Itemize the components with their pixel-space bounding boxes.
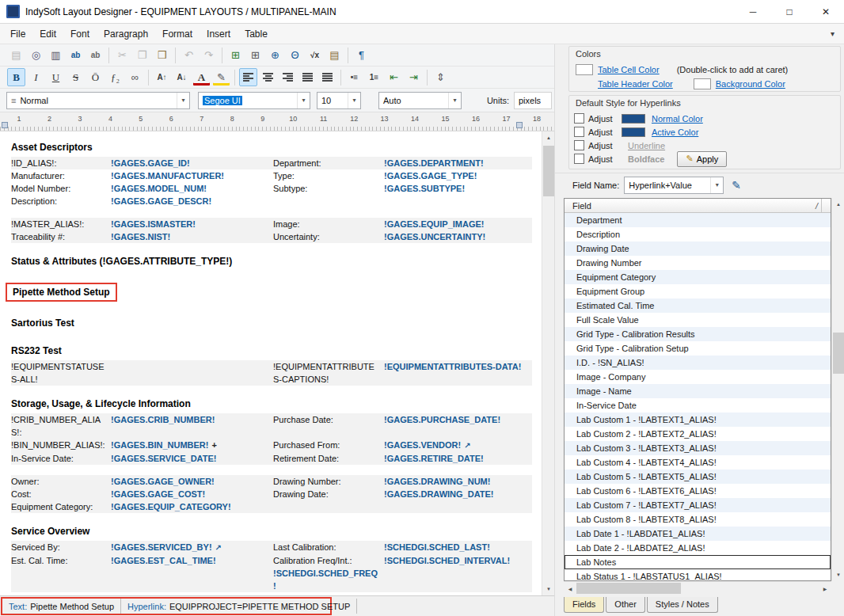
units-value[interactable]: pixels: [514, 92, 552, 109]
tab-styles-notes[interactable]: Styles / Notes: [647, 597, 718, 613]
hyperlink-globe-button[interactable]: ⊕: [266, 46, 284, 64]
color-link[interactable]: Active Color: [652, 127, 698, 137]
hyperlink-color-swatch[interactable]: [622, 114, 645, 124]
field-token[interactable]: !GAGES.NIST!: [111, 230, 273, 243]
field-token[interactable]: !GAGES.PURCHASE_DATE!: [384, 413, 532, 439]
field-token[interactable]: !GAGES.DRAWING_DATE!: [384, 488, 532, 500]
field-list-item[interactable]: Drawing Number: [565, 256, 831, 270]
field-list-item[interactable]: Lab Custom 3 - !LABTEXT3_ALIAS!: [565, 441, 831, 455]
indent-marker-right[interactable]: [516, 122, 523, 128]
minimize-button[interactable]: ─: [735, 0, 771, 24]
maximize-button[interactable]: □: [771, 0, 808, 24]
save-button[interactable]: ▤: [7, 46, 25, 64]
menu-edit[interactable]: Edit: [32, 24, 63, 44]
field-token[interactable]: !GAGES.CRIB_NUMBER!: [111, 413, 273, 439]
apply-button[interactable]: ✎Apply: [677, 151, 727, 167]
field-token[interactable]: !GAGES.DEPARTMENT!: [384, 157, 532, 169]
overline-button[interactable]: Ō: [86, 68, 105, 86]
cut-button[interactable]: ✂: [113, 46, 131, 64]
scroll-down-icon[interactable]: ▼: [832, 568, 844, 581]
zoom-select[interactable]: Auto ▾: [378, 92, 462, 109]
background-color-link[interactable]: Background Color: [716, 79, 785, 89]
decrease-indent-button[interactable]: ⇤: [385, 68, 403, 86]
hyperlink-color-swatch[interactable]: [622, 127, 645, 137]
align-right-button[interactable]: [279, 68, 297, 86]
menu-font[interactable]: Font: [63, 24, 97, 44]
field-list-item[interactable]: Lab Custom 6 - !LABTEXT6_ALIAS!: [565, 484, 831, 498]
field-token[interactable]: !SCHEDGI.SCHED_FREQ!: [273, 567, 379, 592]
align-left-button[interactable]: [239, 68, 257, 86]
field-list-item[interactable]: Equipment Group: [565, 284, 831, 298]
field-list-item[interactable]: Lab Custom 7 - !LABTEXT7_ALIAS!: [565, 498, 831, 512]
field-list-item[interactable]: Description: [565, 227, 831, 241]
toolbar-options-chevron-icon[interactable]: ▾: [821, 29, 844, 38]
scroll-down-icon[interactable]: ▼: [542, 583, 555, 595]
menu-format[interactable]: Format: [155, 24, 200, 44]
italic-button[interactable]: I: [27, 68, 45, 86]
field-token[interactable]: !GAGES.MANUFACTURER!: [111, 169, 273, 182]
close-button[interactable]: ✕: [808, 0, 844, 24]
field-token[interactable]: !GAGES.EQUIP_IMAGE!: [384, 218, 532, 230]
formatting-marks-button[interactable]: ¶: [352, 46, 371, 64]
background-color-swatch[interactable]: [694, 78, 711, 89]
indent-marker-left[interactable]: [2, 122, 8, 128]
field-list-item[interactable]: Drawing Date: [565, 241, 831, 256]
shrink-font-button[interactable]: A↓: [173, 68, 191, 86]
increase-indent-button[interactable]: ⇥: [405, 68, 423, 86]
table-cell-color-link[interactable]: Table Cell Color: [598, 65, 660, 74]
field-list-item[interactable]: Lab Notes: [565, 555, 831, 569]
field-token[interactable]: !GAGES.SUBTYPE!: [384, 182, 532, 195]
font-color-button[interactable]: A: [192, 68, 211, 86]
subscript-button[interactable]: ƒ₂: [106, 68, 124, 86]
font-size-select[interactable]: 10 ▾: [317, 92, 361, 109]
field-token[interactable]: !GAGES.SERVICE_DATE!: [111, 452, 273, 465]
field-token[interactable]: !GAGES.GAGE_ID!: [111, 157, 273, 169]
field-list-item[interactable]: Equipment Category: [565, 270, 831, 284]
scroll-up-icon[interactable]: ▲: [542, 131, 555, 144]
plus-icon[interactable]: +: [211, 440, 216, 450]
field-token[interactable]: !GAGES.VENDOR!↗: [384, 439, 532, 452]
grow-font-button[interactable]: A↑: [153, 68, 171, 86]
selected-hyperlink-heading[interactable]: Pipette Method Setup: [6, 283, 117, 302]
field-list-item[interactable]: Image - Company: [565, 370, 831, 384]
menu-insert[interactable]: Insert: [200, 24, 238, 44]
field-token[interactable]: !GAGES.RETIRE_DATE!: [384, 452, 532, 465]
field-list-item[interactable]: Lab Custom 2 - !LABTEXT2_ALIAS!: [565, 427, 831, 441]
scrollbar-thumb[interactable]: [576, 583, 681, 594]
insert-symbol-button[interactable]: Θ: [286, 46, 304, 64]
ruler[interactable]: 123456789101112131415161718: [0, 112, 557, 131]
field-token[interactable]: !GAGES.EQUIP_CATEGORY!: [111, 500, 273, 513]
document-canvas[interactable]: Asset Descriptors!ID_ALIAS!:!GAGES.GAGE_…: [0, 131, 542, 595]
paste-button[interactable]: ❒: [153, 46, 171, 64]
field-list-header[interactable]: Field /: [565, 199, 831, 213]
field-list-item[interactable]: Grid Type - Calibration Results: [565, 327, 831, 341]
adjust-checkbox[interactable]: [574, 127, 584, 137]
field-list-item[interactable]: Lab Date 1 - !LABDATE1_ALIAS!: [565, 527, 831, 541]
edit-pencil-icon[interactable]: ✎: [732, 179, 741, 192]
underline-button[interactable]: U: [47, 68, 65, 86]
table-header-color-link[interactable]: Table Header Color: [598, 79, 673, 89]
bullets-button[interactable]: •≡: [345, 68, 363, 86]
table-cell-color-swatch[interactable]: [576, 64, 593, 75]
external-link-icon[interactable]: ↗: [464, 441, 470, 450]
field-token[interactable]: !GAGES.GAGE_TYPE!: [384, 169, 532, 182]
menu-file[interactable]: File: [3, 24, 32, 44]
menu-table[interactable]: Table: [238, 24, 275, 44]
field-list-item[interactable]: Full Scale Value: [565, 313, 831, 327]
print-button[interactable]: ▥: [47, 46, 65, 64]
adjust-checkbox[interactable]: [574, 140, 584, 150]
field-list-item[interactable]: Grid Type - Calibration Setup: [565, 341, 831, 356]
redo-button[interactable]: ↷: [200, 46, 218, 64]
field-token[interactable]: !GAGES.GAGE_OWNER!: [111, 475, 273, 488]
paragraph-style-select[interactable]: ≡ Normal ▾: [6, 92, 190, 109]
external-link-icon[interactable]: ↗: [215, 543, 222, 552]
justify-button[interactable]: [298, 68, 317, 86]
reading-glasses-button[interactable]: ∞: [126, 68, 144, 86]
field-list-item[interactable]: Image - Name: [565, 384, 831, 398]
field-token[interactable]: !EQUIPMENTATTRIBUTES-DATA!: [384, 360, 532, 386]
strikethrough-button[interactable]: S: [67, 68, 85, 86]
color-link[interactable]: Normal Color: [652, 114, 703, 124]
field-list-item[interactable]: Lab Custom 1 - !LABTEXT1_ALIAS!: [565, 413, 831, 427]
field-name-select[interactable]: Hyperlink+Value ▾: [624, 177, 724, 194]
menu-paragraph[interactable]: Paragraph: [97, 24, 155, 44]
